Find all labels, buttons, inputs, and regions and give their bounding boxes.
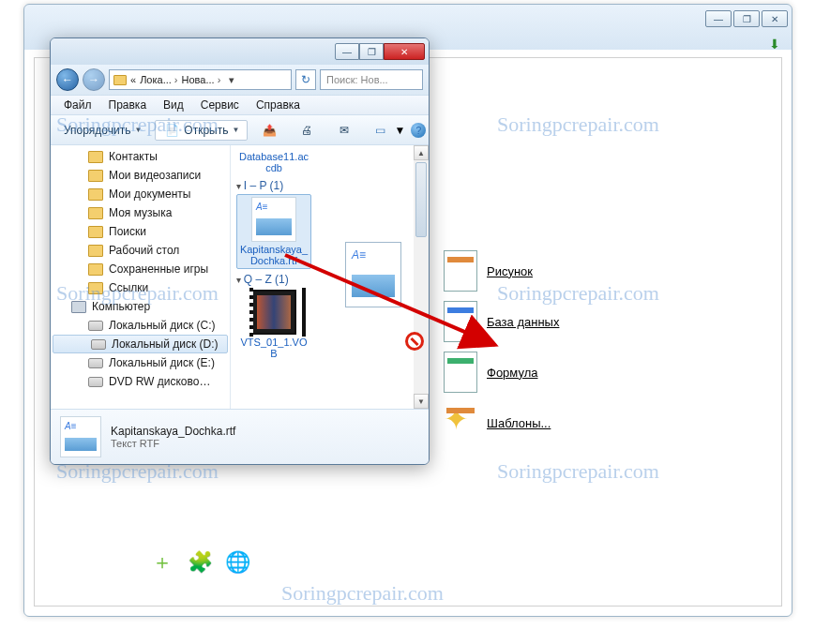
tree-item-label: Локальный диск (C:) [109,319,216,332]
doc-type-icon [444,352,477,393]
menu-правка[interactable]: Правка [101,97,155,112]
share-icon: 📤 [261,122,278,139]
item-templates[interactable]: ✦Шаблоны... [444,397,559,448]
menu-сервис[interactable]: Сервис [193,97,247,112]
back-titlebar: — ❐ ✕ [24,5,792,33]
tree-item-icon [88,207,103,219]
doc-type-label: База данных [487,315,559,329]
help-button[interactable]: ? [411,123,426,138]
scroll-down-button[interactable]: ▼ [414,394,429,409]
file-label: Database11.accdb [239,151,309,173]
explorer-body: КонтактыМои видеозаписиМои документыМоя … [51,145,429,410]
explorer-address-bar: ← → « Лока... Нова... ▾ ↻ Поиск: Нов... [51,65,429,95]
share-button[interactable]: 📤 [253,120,285,141]
open-label: Открыть [184,124,228,137]
search-input[interactable]: Поиск: Нов... [320,69,423,90]
details-filename: Kapitanskaya_Dochka.rtf [111,425,235,438]
explorer-close-button[interactable]: ✕ [384,43,425,60]
tree-item-label: Контакты [109,150,158,163]
doc-type-icon: ✦ [444,402,477,443]
tree-item-icon [88,170,103,182]
scroll-up-button[interactable]: ▲ [414,145,429,160]
tree-item-icon [88,282,103,294]
tree-item-label: Мои видеозаписи [109,169,201,182]
back-max-button[interactable]: ❐ [733,10,760,27]
item-database[interactable]: База данных [444,296,559,347]
tree-item-label: Сохраненные игры [109,262,208,276]
print-button[interactable]: 🖨 [291,120,323,141]
nav-back-button[interactable]: ← [56,68,79,91]
doc-type-label: Формула [487,366,537,380]
tree-item-icon [88,263,103,276]
tree-item[interactable]: Локальный диск (E:) [51,353,230,372]
file-label: VTS_01_1.VOB [239,337,309,359]
tree-item-label: Поиски [109,225,146,238]
scroll-thumb[interactable] [415,162,427,237]
tree-item[interactable]: Локальный диск (C:) [51,316,230,335]
file-kapitanskaya[interactable]: Kapitanskaya_Dochka.rtf [236,194,311,269]
menu-файл[interactable]: Файл [56,97,99,112]
tree-item[interactable]: Мои документы [51,185,230,203]
tree-item[interactable]: Моя музыка [51,203,230,222]
file-vts[interactable]: VTS_01_1.VOB [236,288,311,361]
breadcrumb-seg-1[interactable]: Лока... [140,74,177,85]
tree-item-label: Рабочий стол [109,244,179,257]
extension-add-icon[interactable]: ＋ [147,547,177,577]
tree-item[interactable]: DVD RW дисково… [51,372,230,391]
tree-item[interactable]: Ссылки [51,278,230,297]
file-thumb-icon [251,197,296,242]
extension-puzzle-icon[interactable]: 🧩 [185,547,215,577]
file-database11[interactable]: Database11.accdb [236,149,311,175]
tree-item-label: Компьютер [92,300,150,313]
vertical-scrollbar[interactable]: ▲ ▼ [414,145,429,409]
tree-item[interactable]: Рабочий стол [51,241,230,260]
tree-item[interactable]: Поиски [51,222,230,241]
tree-item-label: Мои документы [109,187,190,201]
download-icon[interactable]: ⬇ [769,37,780,52]
tree-item-icon [88,151,103,163]
tree-item[interactable]: Мои видеозаписи [51,166,230,185]
explorer-min-button[interactable]: — [335,43,359,60]
tree-item[interactable]: Сохраненные игры [51,260,230,278]
breadcrumb-dropdown[interactable]: ▾ [224,74,239,86]
menu-вид[interactable]: Вид [156,97,191,112]
menu-справка[interactable]: Справка [249,97,308,112]
tree-item-icon [88,358,103,368]
file-group-header[interactable]: I – P (1) [236,179,423,192]
tree-item-label: Ссылки [109,281,148,294]
refresh-button[interactable]: ↻ [295,69,316,90]
file-group-header[interactable]: Q – Z (1) [236,273,423,286]
back-min-button[interactable]: — [705,10,732,27]
explorer-menubar: ФайлПравкаВидСервисСправка [51,95,429,115]
back-close-button[interactable]: ✕ [762,10,788,27]
views-button[interactable]: ▭ [371,122,388,139]
file-pane[interactable]: Database11.accdbI – P (1)Kapitanskaya_Do… [231,145,429,409]
tree-item[interactable]: Компьютер [51,297,230,316]
search-placeholder: Поиск: Нов... [326,74,388,85]
explorer-window: — ❐ ✕ ← → « Лока... Нова... ▾ ↻ Поиск: Н… [50,37,430,465]
explorer-titlebar[interactable]: — ❐ ✕ [51,38,429,65]
organize-button[interactable]: Упорядочить ▼ [56,120,149,141]
tree-item-label: DVD RW дисково… [109,375,210,388]
chevron-down-icon: ▼ [232,126,239,134]
breadcrumb-seg-2[interactable]: Нова... [182,74,221,85]
extension-globe-icon[interactable]: 🌐 [222,547,252,577]
open-icon: 📄 [163,122,180,139]
back-doc-type-list: РисунокБаза данныхФормула✦Шаблоны... [444,246,559,448]
nav-forward-button[interactable]: → [83,68,105,91]
chevron-down-icon[interactable]: ▼ [394,124,405,137]
item-formula[interactable]: Формула [444,347,559,397]
explorer-toolbar: Упорядочить ▼ 📄 Открыть ▼ 📤 🖨 ✉ ▭ ▼ ? [51,115,429,145]
burn-button[interactable]: ✉ [328,120,360,141]
item-picture[interactable]: Рисунок [444,246,559,296]
breadcrumb-prefix: « [130,74,136,85]
doc-type-label: Шаблоны... [487,416,551,430]
tree-item[interactable]: Локальный диск (D:) [53,335,228,353]
tree-item-icon [71,301,86,313]
open-button[interactable]: 📄 Открыть ▼ [155,120,248,141]
doc-type-label: Рисунок [487,264,533,278]
breadcrumb[interactable]: « Лока... Нова... ▾ [109,69,292,90]
nav-tree[interactable]: КонтактыМои видеозаписиМои документыМоя … [51,145,231,409]
explorer-max-button[interactable]: ❐ [359,43,384,60]
tree-item[interactable]: Контакты [51,147,230,166]
